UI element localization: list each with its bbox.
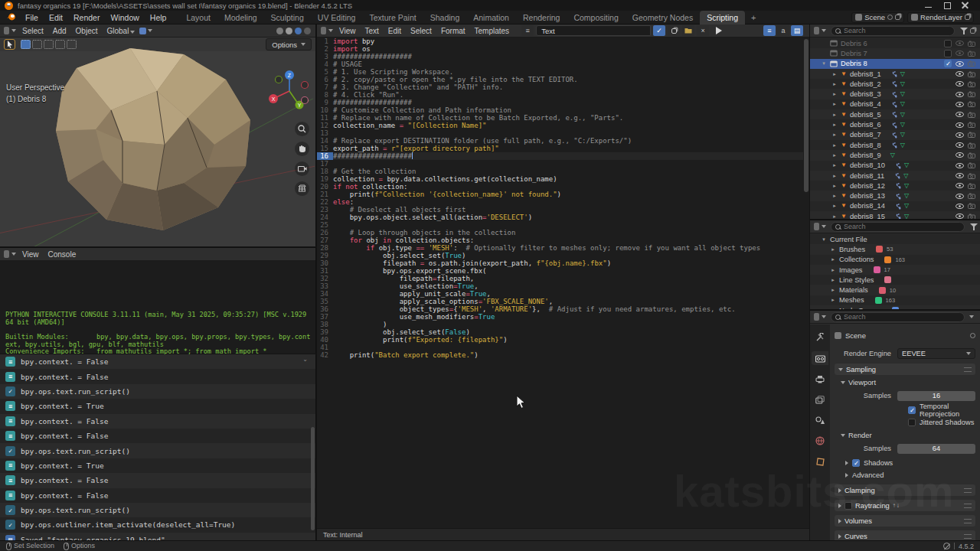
code-line[interactable]: 4# USAGE xyxy=(317,60,803,68)
code-line[interactable]: 19collection = bpy.data.collections.get(… xyxy=(317,175,803,183)
panel-volumes[interactable]: Volumes xyxy=(835,515,975,527)
blend-file-outliner[interactable]: Search ▾Current File▸Brushes53▸Collectio… xyxy=(810,220,980,309)
expand-icon[interactable]: ▸ xyxy=(830,277,836,283)
outliner-object-debris8_7[interactable]: ▸▼debris8_7▽ xyxy=(810,130,980,140)
code-line[interactable]: 9################### xyxy=(317,99,803,106)
code-line[interactable]: 27 for obj in collection.objects: xyxy=(317,236,803,244)
blend-file-item-collections[interactable]: ▸Collections163 xyxy=(810,255,980,265)
code-line[interactable]: 33 use_selection=True, xyxy=(317,282,803,290)
code-line[interactable]: 8# 4. Click "Run". xyxy=(317,91,803,99)
code-line[interactable]: 31 bpy.ops.export_scene.fbx( xyxy=(317,267,803,275)
expand-icon[interactable]: ▸ xyxy=(831,183,838,189)
orientation-dropdown[interactable]: Global xyxy=(103,25,140,37)
outliner[interactable]: Search Debris 6Debris 7▾Debris 8▸▼debris… xyxy=(810,24,980,219)
panel-grip-icon[interactable] xyxy=(964,504,972,508)
editor-type-console-icon[interactable] xyxy=(4,249,16,259)
info-log-row[interactable]: ≡bpy.context. = True xyxy=(0,458,315,473)
viewport-samples-field[interactable]: 16 xyxy=(897,391,975,401)
raytracing-checkbox[interactable] xyxy=(844,502,852,510)
menu-file[interactable]: File xyxy=(20,11,44,24)
editor-type-viewport-icon[interactable] xyxy=(4,26,16,35)
expand-icon[interactable]: ▸ xyxy=(831,71,838,77)
workspace-tab-layout[interactable]: Layout xyxy=(179,11,217,24)
add-workspace-button[interactable]: + xyxy=(745,11,762,24)
menu-edit[interactable]: Edit xyxy=(44,11,68,24)
info-log-row[interactable]: ✓bpy.ops.text.run_script() xyxy=(0,443,315,458)
shading-material-icon[interactable] xyxy=(295,28,302,34)
editor-type-text-icon[interactable] xyxy=(321,26,333,35)
code-line[interactable]: 41 xyxy=(317,344,803,351)
info-log-row[interactable]: ≡bpy.context. = False xyxy=(0,429,315,443)
info-log-row[interactable]: ≡bpy.context. = False xyxy=(0,414,315,429)
code-line[interactable]: 39 obj.select_set(False) xyxy=(317,328,803,336)
blend-file-item-line-styles[interactable]: ▸Line Styles xyxy=(810,275,980,285)
temporal-reprojection-checkbox[interactable] xyxy=(908,406,916,414)
filter-funnel-icon[interactable] xyxy=(960,28,968,34)
panel-raytracing[interactable]: Raytracing↑↓ xyxy=(835,500,975,511)
outliner-object-debris8_10[interactable]: ▸▼debris8_10▽ xyxy=(810,161,980,171)
code-line[interactable]: 40 print(f"Exported: {filepath}") xyxy=(317,336,803,344)
code-line[interactable]: 37 use_mesh_modifiers=True xyxy=(317,313,803,321)
new-collection-icon[interactable] xyxy=(970,28,975,34)
zoom-tool-icon[interactable] xyxy=(295,122,309,136)
text-menu-format[interactable]: Format xyxy=(436,25,470,37)
expand-icon[interactable]: ▸ xyxy=(831,162,838,168)
console-menu-view[interactable]: View xyxy=(18,249,44,260)
collection-checkbox[interactable] xyxy=(944,50,952,57)
workspace-tab-geometry-nodes[interactable]: Geometry Nodes xyxy=(626,11,700,24)
code-line[interactable]: 16################### xyxy=(317,152,803,160)
expand-icon[interactable]: ▸ xyxy=(830,256,836,262)
workspace-tab-animation[interactable]: Animation xyxy=(466,11,516,24)
code-line[interactable]: 2import os xyxy=(317,45,803,53)
expand-icon[interactable]: ▸ xyxy=(831,173,838,179)
shadows-checkbox[interactable] xyxy=(852,459,860,467)
panel-grip-icon[interactable] xyxy=(964,534,972,539)
navigation-gizmo[interactable]: Z X Y xyxy=(266,68,311,112)
pin-id-icon[interactable] xyxy=(970,333,975,338)
menu-window[interactable]: Window xyxy=(105,11,144,24)
minimize-icon[interactable] xyxy=(925,2,933,9)
shading-rendered-icon[interactable] xyxy=(304,28,311,34)
maximize-icon[interactable] xyxy=(943,2,951,9)
code-line[interactable]: 30 filepath = os.path.join(export_path, … xyxy=(317,259,803,267)
expand-icon[interactable]: ▸ xyxy=(831,101,838,107)
expand-icon[interactable]: ▾ xyxy=(821,236,827,243)
blender-menu-icon[interactable] xyxy=(6,13,17,22)
code-line[interactable]: 28 if obj.type == 'MESH': # Optionally f… xyxy=(317,244,803,252)
expand-icon[interactable]: ▸ xyxy=(831,193,838,199)
code-line[interactable]: 7# 3. Change "Collection" and "PATH" inf… xyxy=(317,83,803,91)
info-log-row[interactable]: ✓bpy.ops.text.run_script() xyxy=(0,384,315,399)
rock-object[interactable] xyxy=(42,45,264,236)
info-log-row[interactable]: ✓bpy.ops.outliner.item_activate(deselect… xyxy=(0,517,315,532)
properties-tab-object[interactable] xyxy=(812,455,828,468)
camera-view-icon[interactable] xyxy=(295,161,309,176)
new-text-icon[interactable] xyxy=(668,25,680,36)
workspace-tab-modeling[interactable]: Modeling xyxy=(217,11,264,24)
expand-icon[interactable]: ▸ xyxy=(830,287,836,293)
code-line[interactable]: 12collection_name = "[Collection Name]" xyxy=(317,122,803,129)
filter-funnel-active-icon[interactable] xyxy=(970,223,978,230)
info-log-row[interactable]: ≡bpy.context. = False xyxy=(0,369,315,383)
viewport-3d[interactable]: Select Add Object Global Options xyxy=(0,24,316,246)
info-log-row[interactable]: ✓bpy.ops.text.run_script() xyxy=(0,503,315,517)
code-line[interactable]: 3################### xyxy=(317,53,803,60)
text-menu-templates[interactable]: Templates xyxy=(470,25,514,37)
info-log-row[interactable]: ≡bpy.context. = False xyxy=(0,473,315,487)
menu-render[interactable]: Render xyxy=(68,11,105,24)
render-samples-field[interactable]: 64 xyxy=(897,444,975,454)
subpanel-advanced[interactable]: Advanced xyxy=(845,470,975,481)
outliner-object-debris8_2[interactable]: ▸▼debris8_2▽ xyxy=(810,79,980,89)
outliner-object-debris8_11[interactable]: ▸▼debris8_11▽ xyxy=(810,171,980,181)
code-line[interactable]: 13 xyxy=(317,129,803,137)
code-line[interactable]: 1import bpy xyxy=(317,37,803,45)
code-line[interactable]: 25 xyxy=(317,221,803,229)
console-body[interactable]: PYTHON INTERACTIVE CONSOLE 3.11.11 (main… xyxy=(5,261,312,350)
open-text-folder-icon[interactable] xyxy=(682,25,694,36)
code-line[interactable]: 20if not collection: xyxy=(317,183,803,191)
presets-icon[interactable]: ↑↓ xyxy=(893,502,900,509)
code-line[interactable]: 18# Get the collection xyxy=(317,168,803,175)
blend-file-item-materials[interactable]: ▸Materials10 xyxy=(810,285,980,295)
panel-clamping[interactable]: Clamping xyxy=(835,484,975,496)
properties-tab-world[interactable] xyxy=(812,434,828,448)
blend-file-item-node-groups[interactable]: ▸Node Groups xyxy=(810,305,980,309)
